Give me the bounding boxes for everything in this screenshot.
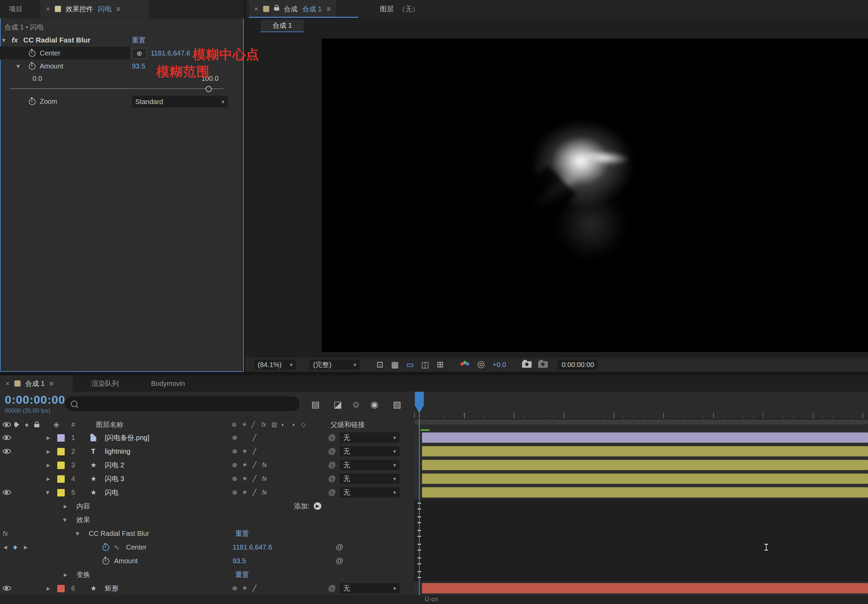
label-color-swatch[interactable] xyxy=(57,461,65,469)
label-color-swatch[interactable] xyxy=(57,584,65,593)
transform-group-row[interactable]: ▸ 变换 重置 xyxy=(0,568,414,582)
keyframe-diamond-icon[interactable]: ◆ xyxy=(13,541,17,554)
shy-switch-icon[interactable]: ⊛ xyxy=(230,581,239,595)
current-timecode[interactable]: 0:00:00:00 xyxy=(5,393,65,406)
chevron-right-icon[interactable]: ▸ xyxy=(64,499,67,513)
stopwatch-icon[interactable] xyxy=(29,50,36,57)
viewer-subtab-comp1[interactable]: 合成 1 xyxy=(260,19,304,32)
work-area-bar[interactable] xyxy=(414,420,868,424)
chevron-right-icon[interactable]: ▸ xyxy=(46,472,50,486)
chevron-down-icon[interactable]: ▾ xyxy=(46,486,49,499)
tab-render-queue[interactable]: 渲染队列 xyxy=(91,375,119,392)
fx-switch-icon[interactable]: fx xyxy=(260,486,269,499)
parent-dropdown[interactable]: 无 ▾ xyxy=(340,487,399,497)
layer-duration-bar[interactable] xyxy=(422,474,868,484)
channel-blue-icon[interactable] xyxy=(466,362,469,365)
chevron-right-icon[interactable]: ▸ xyxy=(46,581,50,595)
zoom-dropdown[interactable]: Standard ▾ xyxy=(132,96,228,107)
label-color-swatch[interactable] xyxy=(57,489,65,497)
stopwatch-icon[interactable] xyxy=(102,558,109,565)
exposure-value[interactable]: +0.0 xyxy=(493,358,506,372)
quality-switch-icon[interactable]: ╱ xyxy=(250,472,259,486)
label-color-swatch[interactable] xyxy=(57,448,65,456)
layer-name[interactable]: 闪电 3 xyxy=(105,472,124,486)
label-color-swatch[interactable] xyxy=(57,475,65,483)
contents-property-row[interactable]: ▸ 内容 添加: ▶ xyxy=(0,499,414,513)
pickwhip-icon[interactable]: @ xyxy=(328,458,336,472)
eye-icon[interactable] xyxy=(3,586,11,591)
transparency-grid-icon[interactable]: ▦ xyxy=(388,359,402,370)
layer-row[interactable]: ▸ 1 [闪电备份.png] ⊛ ╱ @ 无 ▾ xyxy=(0,431,414,445)
quality-switch-icon[interactable]: ╱ xyxy=(250,444,259,458)
chevron-down-icon[interactable]: ▾ xyxy=(16,60,20,73)
layer-row[interactable]: ▾ 5 ★ 闪电 ⊛ ☀ ╱ fx @ 无 ▾ xyxy=(0,486,414,500)
composition-canvas[interactable] xyxy=(322,39,868,352)
effect-header-row[interactable]: ▾ fx CC Radial Fast Blur 重置 xyxy=(0,34,244,46)
pickwhip-icon[interactable]: @ xyxy=(328,431,336,444)
quality-switch-icon[interactable]: ╱ xyxy=(250,486,259,499)
tab-layer[interactable]: 图层 xyxy=(380,0,394,18)
collapse-switch-icon[interactable]: ☀ xyxy=(240,486,250,499)
amount-slider-track[interactable] xyxy=(10,88,223,89)
snapshot-camera-icon[interactable] xyxy=(522,361,532,368)
tab-comp-1[interactable]: × 合成 1 ≡ xyxy=(0,375,73,392)
parent-dropdown[interactable]: 无 ▾ xyxy=(340,446,399,457)
shy-switch-icon[interactable]: ⊛ xyxy=(230,472,239,486)
parent-dropdown[interactable]: 无 ▾ xyxy=(340,474,399,484)
parent-link-column-label[interactable]: 父级和链接 xyxy=(330,418,365,431)
magnification-dropdown[interactable]: (84.1%) ▾ xyxy=(254,359,296,370)
pickwhip-icon[interactable]: @ xyxy=(328,486,336,499)
panel-menu-icon[interactable]: ≡ xyxy=(49,380,53,387)
layer-row[interactable]: ▸ 6 ★ 矩形 ⊛ ☀ ╱ @ 无 ▾ xyxy=(0,581,414,595)
search-box[interactable] xyxy=(65,396,299,411)
center-property-row[interactable]: ◀ ◆ ▶ ∿ Center 1181.6,647.6 @ xyxy=(0,541,414,554)
comp-mini-flowchart-icon[interactable]: ▤ xyxy=(308,397,323,412)
panel-menu-icon[interactable]: ≡ xyxy=(116,5,121,13)
reset-link[interactable]: 重置 xyxy=(235,568,249,581)
effect-name[interactable]: CC Radial Fast Blur xyxy=(23,34,90,46)
layer-track[interactable] xyxy=(414,431,868,445)
layer-duration-bar[interactable] xyxy=(422,460,868,470)
transform-label[interactable]: 变换 xyxy=(76,568,90,581)
resolution-dropdown[interactable]: (完整) ▾ xyxy=(310,359,360,370)
layer-row[interactable]: ▸ 4 ★ 闪电 3 ⊛ ☀ ╱ fx @ 无 ▾ xyxy=(0,472,414,486)
viewer-timecode[interactable]: 0:00:00:00 xyxy=(558,359,598,370)
next-keyframe-icon[interactable]: ▶ xyxy=(24,541,28,554)
close-icon[interactable]: × xyxy=(254,5,258,13)
tab-project[interactable]: 项目 xyxy=(9,0,23,18)
layer-row[interactable]: ▸ 3 ★ 闪电 2 ⊛ ☀ ╱ fx @ 无 ▾ xyxy=(0,458,414,472)
shy-switch-icon[interactable]: ⊛ xyxy=(230,458,239,472)
collapse-switch-icon[interactable]: ☀ xyxy=(240,458,250,472)
chevron-down-icon[interactable]: ▾ xyxy=(76,527,79,541)
eye-icon[interactable] xyxy=(3,435,11,440)
stopwatch-icon[interactable] xyxy=(29,63,36,70)
tab-composition[interactable]: × 合成 合成 1 ≡ xyxy=(249,0,336,18)
layer-name[interactable]: 闪电 2 xyxy=(105,458,124,472)
amount-property-row[interactable]: Amount 93.5 @ xyxy=(0,554,414,568)
contents-label[interactable]: 内容 xyxy=(76,499,90,513)
effect-row[interactable]: fx ▾ CC Radial Fast Blur 重置 xyxy=(0,527,414,541)
parent-dropdown[interactable]: 无 ▾ xyxy=(340,583,399,593)
graph-editor-icon[interactable]: ▧ xyxy=(389,397,405,412)
chevron-right-icon[interactable]: ▸ xyxy=(46,458,50,472)
layer-name[interactable]: lightning xyxy=(105,444,130,458)
fx-switch-icon[interactable]: fx xyxy=(260,472,269,486)
effects-label[interactable]: 效果 xyxy=(76,513,90,527)
amount-slider-knob[interactable] xyxy=(206,86,212,92)
exposure-reset-icon[interactable]: ◎ xyxy=(477,359,485,369)
shy-switch-icon[interactable]: ⊛ xyxy=(230,444,239,458)
panel-gap[interactable] xyxy=(0,372,868,375)
layer-name[interactable]: [闪电备份.png] xyxy=(105,431,149,444)
grid-icon[interactable]: ⊞ xyxy=(433,359,447,370)
center-value[interactable]: 1181.6,647.6 xyxy=(232,541,272,554)
keyframe-icon[interactable] xyxy=(764,544,768,551)
label-color-swatch[interactable] xyxy=(57,434,65,442)
show-snapshot-icon[interactable] xyxy=(538,361,548,368)
pickwhip-icon[interactable]: @ xyxy=(336,541,343,554)
chevron-right-icon[interactable]: ▸ xyxy=(64,568,67,581)
panel-menu-icon[interactable]: ≡ xyxy=(326,5,330,13)
collapse-switch-icon[interactable]: ☀ xyxy=(240,472,250,486)
layer-row[interactable]: ▸ 2 T lightning ⊛ ☀ ╱ @ 无 ▾ xyxy=(0,444,414,458)
pickwhip-icon[interactable]: @ xyxy=(328,472,336,486)
fx-switch-icon[interactable]: fx xyxy=(260,458,269,472)
